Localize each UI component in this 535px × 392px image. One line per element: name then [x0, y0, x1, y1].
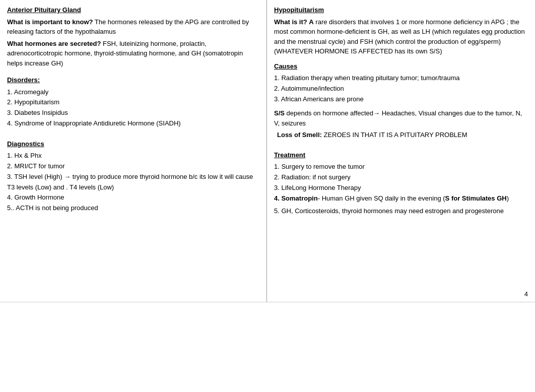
causes-title: Causes	[274, 61, 528, 72]
diag-item-1: 1. Hx & Phx	[7, 151, 259, 161]
whatis-paragraph: What is it? A rare disorders that involv…	[274, 17, 528, 56]
cause-item-2: 2. Autoimmune/infection	[274, 84, 528, 94]
important-paragraph: What is important to know? The hormones …	[7, 17, 259, 37]
treat-item-5: 5. GH, Corticosteroids, thyroid hormones…	[274, 206, 528, 217]
diagnostics-title: Diagnostics	[7, 139, 259, 149]
disorder-item-3: 3. Diabetes Insipidus	[7, 108, 259, 118]
loss-of-smell-paragraph: Loss of Smell: ZEROES IN THAT IT IS A PI…	[274, 130, 528, 140]
treatment-section: Treatment 1. Surgery to remove the tumor…	[274, 150, 528, 216]
page-container: Anterior Pituitary Gland What is importa…	[0, 0, 535, 302]
diagnostics-section: Diagnostics 1. Hx & Phx 2. MRI/CT for tu…	[7, 139, 259, 214]
treat-item-2: 2. Radiation: if not surgery	[274, 172, 528, 183]
left-column: Anterior Pituitary Gland What is importa…	[0, 0, 267, 302]
cause-item-3: 3. African Americans are prone	[274, 94, 528, 105]
right-title: Hypopituitarism	[274, 5, 528, 15]
cause-item-1: 1. Radiation therapy when treating pitui…	[274, 73, 528, 84]
ss-paragraph: S/S depends on hormone affected→ Headach…	[274, 108, 528, 128]
treat-item-3: 3. LifeLong Hormone Therapy	[274, 183, 528, 193]
diag-item-3: 3. TSH level (High) → trying to produce …	[7, 172, 259, 193]
page-number: 4	[524, 290, 528, 298]
disorder-item-1: 1. Acromegaly	[7, 87, 259, 98]
diag-item-4: 4. Growth Hormone	[7, 192, 259, 203]
diag-item-2: 2. MRI/CT for tumor	[7, 161, 259, 172]
diag-item-5: 5.. ACTH is not being produced	[7, 203, 259, 214]
bottom-area	[0, 302, 535, 392]
hormones-paragraph: What hormones are secreted? FSH, luteini…	[7, 39, 259, 69]
right-column: Hypopituitarism What is it? A rare disor…	[267, 0, 535, 302]
disorder-item-2: 2. Hypopituitarism	[7, 97, 259, 108]
treat-item-4: 4. Somatropin- Human GH given SQ daily i…	[274, 193, 528, 204]
disorder-item-4: 4. Syndrome of Inappropriate Antidiureti…	[7, 118, 259, 129]
disorders-title: Disorders:	[7, 75, 259, 85]
disorders-section: Disorders: 1. Acromegaly 2. Hypopituitar…	[7, 75, 259, 129]
treatment-title: Treatment	[274, 150, 528, 160]
treat-item-1: 1. Surgery to remove the tumor	[274, 162, 528, 172]
left-title: Anterior Pituitary Gland	[7, 5, 259, 15]
